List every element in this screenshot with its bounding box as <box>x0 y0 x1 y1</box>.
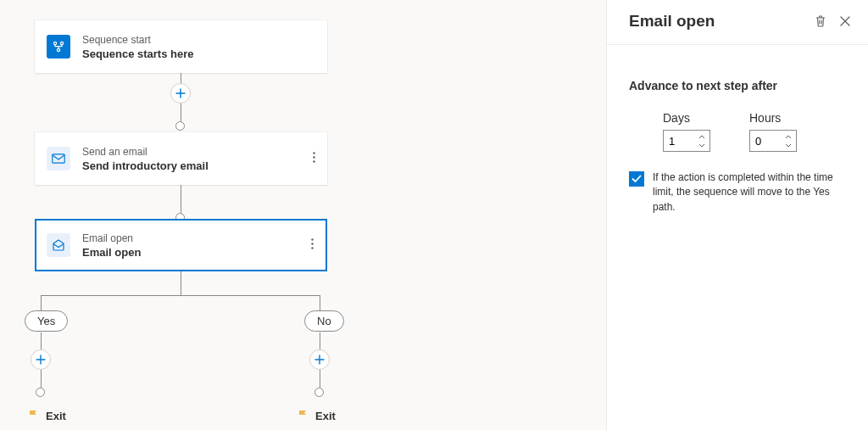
properties-panel: Email open Advance to next step after Da… <box>606 0 868 430</box>
days-stepper[interactable] <box>663 130 710 152</box>
hours-label: Hours <box>749 111 797 125</box>
connector <box>320 295 320 310</box>
branch-icon <box>47 35 70 59</box>
node-label: Sequence start <box>82 34 194 46</box>
node-title: Sequence starts here <box>82 47 194 60</box>
svg-point-0 <box>53 42 56 44</box>
flag-icon <box>27 409 39 423</box>
svg-point-8 <box>311 243 313 244</box>
sequence-canvas[interactable]: Sequence start Sequence starts here Send… <box>0 0 606 430</box>
exit-label: Exit <box>46 410 66 422</box>
hours-increment[interactable] <box>781 132 796 141</box>
svg-point-5 <box>313 156 314 158</box>
svg-point-1 <box>60 42 63 44</box>
exit-no[interactable]: Exit <box>297 409 336 423</box>
branch-no[interactable]: No <box>304 310 344 332</box>
svg-point-7 <box>311 238 313 240</box>
connector <box>181 271 181 295</box>
connector <box>41 295 320 296</box>
svg-point-9 <box>311 247 313 249</box>
add-step-button[interactable] <box>170 83 191 103</box>
hours-decrement[interactable] <box>781 141 796 149</box>
exit-yes[interactable]: Exit <box>27 409 66 423</box>
node-more-menu[interactable] <box>311 238 314 252</box>
branch-yes[interactable]: Yes <box>25 310 68 332</box>
add-step-no-button[interactable] <box>309 349 330 370</box>
days-label: Days <box>663 111 710 125</box>
connector-node <box>175 121 185 131</box>
svg-point-2 <box>57 48 59 51</box>
node-email-open[interactable]: Email open Email open <box>35 219 327 271</box>
panel-header: Email open <box>607 0 868 45</box>
node-title: Email open <box>82 246 141 259</box>
hours-input[interactable] <box>750 131 781 151</box>
hours-stepper[interactable] <box>749 130 797 152</box>
node-label: Send an email <box>82 146 209 158</box>
mail-icon <box>47 147 70 170</box>
node-label: Email open <box>82 232 141 244</box>
add-step-yes-button[interactable] <box>31 349 51 370</box>
days-increment[interactable] <box>694 132 709 141</box>
svg-point-4 <box>313 152 314 154</box>
days-input[interactable] <box>664 131 694 151</box>
section-label: Advance to next step after <box>629 79 846 92</box>
mail-open-icon <box>47 233 70 257</box>
node-title: Send introductory email <box>82 159 209 172</box>
node-sequence-start[interactable]: Sequence start Sequence starts here <box>35 20 327 73</box>
checkbox-label: If the action is completed within the ti… <box>653 170 846 215</box>
panel-title: Email open <box>629 12 814 31</box>
yes-path-checkbox[interactable] <box>629 171 644 187</box>
close-icon[interactable] <box>839 15 851 27</box>
node-send-email[interactable]: Send an email Send introductory email <box>35 132 327 185</box>
days-decrement[interactable] <box>694 141 709 149</box>
svg-rect-3 <box>53 154 64 163</box>
connector-node <box>314 388 324 397</box>
flag-icon <box>297 409 309 423</box>
connector <box>41 295 42 310</box>
connector-node <box>36 388 45 397</box>
exit-label: Exit <box>315 410 336 422</box>
node-more-menu[interactable] <box>313 152 315 165</box>
svg-point-6 <box>313 160 314 162</box>
delete-icon[interactable] <box>814 14 827 28</box>
